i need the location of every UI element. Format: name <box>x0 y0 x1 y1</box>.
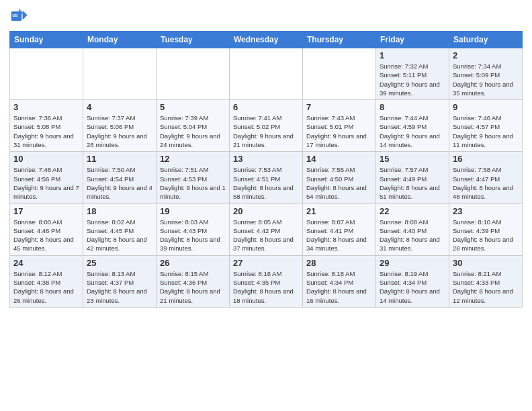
logo: GB <box>9 7 31 26</box>
day-number: 17 <box>13 206 79 216</box>
day-info: Sunrise: 7:50 AM Sunset: 4:54 PM Dayligh… <box>87 165 152 201</box>
calendar-cell-w1d6: 9Sunrise: 7:46 AM Sunset: 4:57 PM Daylig… <box>449 100 523 152</box>
calendar-week-4: 24Sunrise: 8:12 AM Sunset: 4:38 PM Dayli… <box>10 255 523 307</box>
day-number: 22 <box>380 206 445 216</box>
calendar-header-sunday: Sunday <box>10 32 83 48</box>
calendar-cell-w3d2: 19Sunrise: 8:03 AM Sunset: 4:43 PM Dayli… <box>157 203 230 255</box>
calendar-week-1: 3Sunrise: 7:36 AM Sunset: 5:08 PM Daylig… <box>10 100 523 152</box>
day-info: Sunrise: 8:10 AM Sunset: 4:39 PM Dayligh… <box>453 218 519 253</box>
calendar-cell-w1d3: 6Sunrise: 7:41 AM Sunset: 5:02 PM Daylig… <box>230 100 303 152</box>
day-info: Sunrise: 8:02 AM Sunset: 4:45 PM Dayligh… <box>87 218 152 253</box>
day-number: 27 <box>233 258 299 268</box>
day-info: Sunrise: 7:44 AM Sunset: 4:59 PM Dayligh… <box>380 113 445 149</box>
calendar-cell-w0d0 <box>10 48 83 100</box>
day-number: 29 <box>380 258 445 268</box>
calendar-header-friday: Friday <box>376 32 449 48</box>
calendar-cell-w2d3: 13Sunrise: 7:53 AM Sunset: 4:51 PM Dayli… <box>230 152 303 203</box>
day-number: 26 <box>160 258 226 268</box>
calendar-cell-w4d6: 30Sunrise: 8:21 AM Sunset: 4:33 PM Dayli… <box>449 255 523 307</box>
calendar-cell-w1d0: 3Sunrise: 7:36 AM Sunset: 5:08 PM Daylig… <box>10 100 83 152</box>
calendar-cell-w4d3: 27Sunrise: 8:16 AM Sunset: 4:35 PM Dayli… <box>230 255 303 307</box>
day-number: 21 <box>306 206 372 216</box>
calendar-cell-w0d3 <box>230 48 303 100</box>
day-info: Sunrise: 8:19 AM Sunset: 4:34 PM Dayligh… <box>380 269 445 305</box>
calendar-header-saturday: Saturday <box>449 32 523 48</box>
header: GB <box>9 7 523 26</box>
calendar-cell-w3d4: 21Sunrise: 8:07 AM Sunset: 4:41 PM Dayli… <box>303 203 376 255</box>
day-number: 20 <box>233 206 299 216</box>
day-info: Sunrise: 7:53 AM Sunset: 4:51 PM Dayligh… <box>233 165 299 201</box>
day-number: 19 <box>160 206 226 216</box>
svg-marker-0 <box>23 11 28 20</box>
day-number: 8 <box>380 102 445 112</box>
calendar-header-thursday: Thursday <box>303 32 376 48</box>
day-number: 16 <box>453 154 519 164</box>
calendar-header-wednesday: Wednesday <box>230 32 303 48</box>
day-number: 18 <box>87 206 152 216</box>
calendar-cell-w1d2: 5Sunrise: 7:39 AM Sunset: 5:04 PM Daylig… <box>157 100 230 152</box>
day-number: 11 <box>87 154 152 164</box>
calendar-header-row: SundayMondayTuesdayWednesdayThursdayFrid… <box>10 32 523 48</box>
calendar-cell-w0d4 <box>303 48 376 100</box>
calendar-cell-w1d5: 8Sunrise: 7:44 AM Sunset: 4:59 PM Daylig… <box>376 100 449 152</box>
calendar-table: SundayMondayTuesdayWednesdayThursdayFrid… <box>9 31 523 308</box>
calendar-cell-w2d1: 11Sunrise: 7:50 AM Sunset: 4:54 PM Dayli… <box>83 152 157 203</box>
day-info: Sunrise: 8:13 AM Sunset: 4:37 PM Dayligh… <box>87 269 152 305</box>
calendar-cell-w4d5: 29Sunrise: 8:19 AM Sunset: 4:34 PM Dayli… <box>376 255 449 307</box>
svg-text:GB: GB <box>12 13 17 17</box>
day-info: Sunrise: 7:46 AM Sunset: 4:57 PM Dayligh… <box>453 113 519 149</box>
calendar-cell-w4d4: 28Sunrise: 8:18 AM Sunset: 4:34 PM Dayli… <box>303 255 376 307</box>
calendar-cell-w3d6: 23Sunrise: 8:10 AM Sunset: 4:39 PM Dayli… <box>449 203 523 255</box>
day-number: 13 <box>233 154 299 164</box>
calendar-cell-w2d4: 14Sunrise: 7:55 AM Sunset: 4:50 PM Dayli… <box>303 152 376 203</box>
calendar-week-0: 1Sunrise: 7:32 AM Sunset: 5:11 PM Daylig… <box>10 48 523 100</box>
calendar-cell-w0d5: 1Sunrise: 7:32 AM Sunset: 5:11 PM Daylig… <box>376 48 449 100</box>
day-info: Sunrise: 7:43 AM Sunset: 5:01 PM Dayligh… <box>306 113 372 149</box>
calendar-cell-w3d5: 22Sunrise: 8:08 AM Sunset: 4:40 PM Dayli… <box>376 203 449 255</box>
day-info: Sunrise: 8:12 AM Sunset: 4:38 PM Dayligh… <box>13 269 79 305</box>
calendar-cell-w4d0: 24Sunrise: 8:12 AM Sunset: 4:38 PM Dayli… <box>10 255 83 307</box>
day-number: 14 <box>306 154 372 164</box>
day-info: Sunrise: 7:34 AM Sunset: 5:09 PM Dayligh… <box>453 62 519 97</box>
day-number: 7 <box>306 102 372 112</box>
calendar-cell-w0d6: 2Sunrise: 7:34 AM Sunset: 5:09 PM Daylig… <box>449 48 523 100</box>
calendar-cell-w0d2 <box>157 48 230 100</box>
page: GB SundayMondayTuesdayWednesdayThursdayF… <box>0 0 532 411</box>
calendar-cell-w4d1: 25Sunrise: 8:13 AM Sunset: 4:37 PM Dayli… <box>83 255 157 307</box>
calendar-header-tuesday: Tuesday <box>157 32 230 48</box>
calendar-cell-w3d0: 17Sunrise: 8:00 AM Sunset: 4:46 PM Dayli… <box>10 203 83 255</box>
day-info: Sunrise: 8:08 AM Sunset: 4:40 PM Dayligh… <box>380 218 445 253</box>
day-info: Sunrise: 7:57 AM Sunset: 4:49 PM Dayligh… <box>380 165 445 201</box>
day-number: 2 <box>453 50 519 60</box>
day-info: Sunrise: 8:03 AM Sunset: 4:43 PM Dayligh… <box>160 218 226 253</box>
day-number: 1 <box>380 50 445 60</box>
day-info: Sunrise: 7:41 AM Sunset: 5:02 PM Dayligh… <box>233 113 299 149</box>
calendar-cell-w1d1: 4Sunrise: 7:37 AM Sunset: 5:06 PM Daylig… <box>83 100 157 152</box>
calendar-cell-w2d0: 10Sunrise: 7:48 AM Sunset: 4:56 PM Dayli… <box>10 152 83 203</box>
calendar-week-3: 17Sunrise: 8:00 AM Sunset: 4:46 PM Dayli… <box>10 203 523 255</box>
calendar-cell-w3d1: 18Sunrise: 8:02 AM Sunset: 4:45 PM Dayli… <box>83 203 157 255</box>
day-info: Sunrise: 7:51 AM Sunset: 4:53 PM Dayligh… <box>160 165 226 201</box>
day-info: Sunrise: 8:21 AM Sunset: 4:33 PM Dayligh… <box>453 269 519 305</box>
day-number: 30 <box>453 258 519 268</box>
day-number: 23 <box>453 206 519 216</box>
day-number: 4 <box>87 102 152 112</box>
day-info: Sunrise: 8:15 AM Sunset: 4:36 PM Dayligh… <box>160 269 226 305</box>
day-info: Sunrise: 8:07 AM Sunset: 4:41 PM Dayligh… <box>306 218 372 253</box>
calendar-cell-w1d4: 7Sunrise: 7:43 AM Sunset: 5:01 PM Daylig… <box>303 100 376 152</box>
day-number: 6 <box>233 102 299 112</box>
day-number: 3 <box>13 102 79 112</box>
day-info: Sunrise: 8:18 AM Sunset: 4:34 PM Dayligh… <box>306 269 372 305</box>
day-info: Sunrise: 8:00 AM Sunset: 4:46 PM Dayligh… <box>13 218 79 253</box>
calendar-cell-w0d1 <box>83 48 157 100</box>
day-info: Sunrise: 7:36 AM Sunset: 5:08 PM Dayligh… <box>13 113 79 149</box>
day-number: 10 <box>13 154 79 164</box>
day-info: Sunrise: 7:48 AM Sunset: 4:56 PM Dayligh… <box>13 165 79 201</box>
day-info: Sunrise: 7:55 AM Sunset: 4:50 PM Dayligh… <box>306 165 372 201</box>
day-number: 28 <box>306 258 372 268</box>
day-number: 5 <box>160 102 226 112</box>
day-info: Sunrise: 8:16 AM Sunset: 4:35 PM Dayligh… <box>233 269 299 305</box>
day-number: 15 <box>380 154 445 164</box>
day-number: 12 <box>160 154 226 164</box>
calendar-week-2: 10Sunrise: 7:48 AM Sunset: 4:56 PM Dayli… <box>10 152 523 203</box>
